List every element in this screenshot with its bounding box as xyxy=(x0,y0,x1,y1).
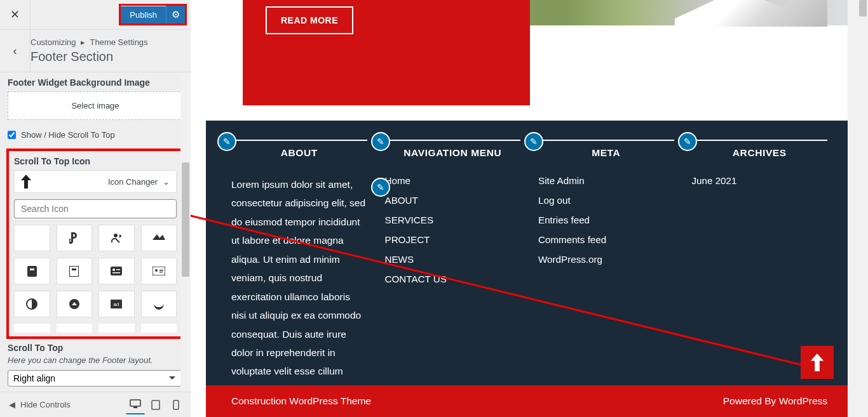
current-icon xyxy=(21,175,31,189)
publish-highlight: Publish ⚙ xyxy=(119,4,187,25)
scroll-to-top-button[interactable] xyxy=(801,346,834,379)
back-button[interactable]: ‹ xyxy=(0,30,31,72)
icon-option[interactable] xyxy=(141,324,177,333)
icon-changer-toggle[interactable]: Icon Changer ⌄ xyxy=(108,177,170,187)
bg-image-label: Footer Widget Background Image xyxy=(8,77,183,88)
footer-link[interactable]: NEWS xyxy=(385,254,521,265)
footer-link[interactable]: WordPress.org xyxy=(538,254,674,265)
sidebar-header: ✕ Publish ⚙ xyxy=(0,0,191,30)
footer-area: ✎ ABOUT Lorem ipsum dolor sit amet, cons… xyxy=(206,121,853,385)
icon-option[interactable] xyxy=(141,258,177,284)
section-title: Footer Section xyxy=(31,50,182,64)
device-tablet-button[interactable] xyxy=(146,395,165,414)
publish-settings-button[interactable]: ⚙ xyxy=(166,6,185,23)
show-scroll-label: Show / Hide Scroll To Top xyxy=(21,130,115,140)
publish-button[interactable]: Publish xyxy=(121,6,166,23)
svg-rect-2 xyxy=(30,268,34,270)
hide-controls-button[interactable]: ◀ Hide Controls xyxy=(5,397,74,412)
footer-link[interactable]: Entries feed xyxy=(538,215,674,225)
chevron-down-icon: ⌄ xyxy=(163,177,170,187)
edit-shortcut-button[interactable]: ✎ xyxy=(217,132,236,151)
crumb-sub[interactable]: Theme Settings xyxy=(90,37,148,47)
svg-rect-18 xyxy=(133,407,137,408)
device-mobile-button[interactable] xyxy=(166,395,186,414)
crumb-root[interactable]: Customizing xyxy=(31,37,76,47)
svg-rect-4 xyxy=(72,268,76,270)
svg-rect-11 xyxy=(159,270,163,271)
icon-option[interactable] xyxy=(98,258,135,284)
chevron-right-icon: ▸ xyxy=(81,37,85,47)
footer-link[interactable]: ABOUT xyxy=(385,195,521,206)
icon-option[interactable] xyxy=(57,258,93,284)
footer-link[interactable]: Home xyxy=(385,175,521,186)
icon-option[interactable] xyxy=(98,324,135,333)
footer-link[interactable]: Comments feed xyxy=(538,234,674,245)
svg-rect-8 xyxy=(112,272,120,274)
preview-scrollbar[interactable] xyxy=(848,0,858,417)
icon-panel-label: Scroll To Top Icon xyxy=(14,156,177,166)
footer-col-title: NAVIGATION MENU xyxy=(385,140,521,165)
icon-option[interactable] xyxy=(14,225,50,251)
arrow-up-icon xyxy=(810,354,825,371)
icon-option[interactable] xyxy=(57,324,93,333)
show-scroll-checkbox[interactable] xyxy=(8,131,16,139)
edit-shortcut-button[interactable]: ✎ xyxy=(678,132,697,151)
svg-point-0 xyxy=(114,234,118,237)
icon-changer-row[interactable]: Icon Changer ⌄ xyxy=(14,170,177,193)
icon-option[interactable] xyxy=(141,225,177,251)
footer-col-about: ✎ ABOUT Lorem ipsum dolor sit amet, cons… xyxy=(231,140,367,399)
svg-point-6 xyxy=(112,268,115,271)
edit-shortcut-button[interactable]: ✎ xyxy=(371,132,390,151)
sidebar-scrollbar[interactable] xyxy=(180,74,191,392)
page-scrollbar[interactable] xyxy=(858,0,868,417)
svg-rect-19 xyxy=(152,400,159,409)
svg-text:ad: ad xyxy=(114,301,119,307)
footer-link[interactable]: SERVICES xyxy=(385,215,521,225)
icon-grid: ad xyxy=(14,225,177,333)
svg-rect-5 xyxy=(111,267,122,275)
breadcrumb: ‹ Customizing ▸ Theme Settings Footer Se… xyxy=(0,30,191,72)
footer-link[interactable]: Site Admin xyxy=(538,175,674,186)
svg-rect-20 xyxy=(173,400,179,409)
credit-right-link[interactable]: Powered By WordPress xyxy=(723,395,827,407)
footer-link[interactable]: June 2021 xyxy=(692,175,828,186)
preview-pane: exercitation ullamco laboris nisi ut ali… xyxy=(191,0,868,417)
close-customizer-button[interactable]: ✕ xyxy=(0,0,31,30)
device-desktop-button[interactable] xyxy=(126,395,145,414)
icon-option[interactable] xyxy=(98,225,135,251)
edit-shortcut-button[interactable]: ✎ xyxy=(371,178,390,197)
icon-option[interactable] xyxy=(14,291,50,317)
icon-option[interactable] xyxy=(141,291,177,317)
footer-credit-bar: Construction WordPress Theme Powered By … xyxy=(206,385,853,417)
svg-rect-17 xyxy=(130,400,140,406)
select-image-button[interactable]: Select image xyxy=(8,91,183,120)
footer-link[interactable]: PROJECT xyxy=(385,234,521,245)
footer-link[interactable]: Log out xyxy=(538,195,674,206)
icon-search-input[interactable] xyxy=(14,199,177,218)
about-text: Lorem ipsum dolor sit amet, consectetur … xyxy=(231,175,367,399)
footer-col-meta: ✎ META Site AdminLog outEntries feedComm… xyxy=(538,140,674,399)
scroll-help-text: Here you can change the Footer layout. xyxy=(0,353,191,370)
scroll-align-select[interactable]: Right align xyxy=(8,370,183,387)
scroll-to-top-label: Scroll To Top xyxy=(0,343,191,353)
breadcrumb-path: Customizing ▸ Theme Settings xyxy=(31,37,182,47)
edit-shortcut-button[interactable]: ✎ xyxy=(524,132,543,151)
svg-rect-3 xyxy=(69,266,79,277)
svg-rect-9 xyxy=(153,267,165,275)
hero-image xyxy=(530,0,853,25)
icon-option[interactable] xyxy=(14,258,50,284)
hero-card: exercitation ullamco laboris nisi ut ali… xyxy=(243,0,530,105)
read-more-button[interactable]: READ MORE xyxy=(266,6,353,34)
svg-rect-7 xyxy=(116,269,120,270)
svg-point-10 xyxy=(155,269,158,272)
sidebar-body: Footer Widget Background Image Select im… xyxy=(0,72,191,392)
chevron-left-icon: ◀ xyxy=(9,400,15,409)
icon-option[interactable] xyxy=(57,225,93,251)
footer-link[interactable]: CONTACT US xyxy=(385,274,521,284)
footer-col-title: ABOUT xyxy=(231,140,367,165)
icon-option[interactable] xyxy=(14,324,50,333)
credit-left-link[interactable]: Construction WordPress Theme xyxy=(231,395,371,407)
icon-option[interactable] xyxy=(57,291,93,317)
icon-option[interactable]: ad xyxy=(98,291,135,317)
customizer-sidebar: ✕ Publish ⚙ ‹ Customizing ▸ Theme Settin… xyxy=(0,0,191,417)
